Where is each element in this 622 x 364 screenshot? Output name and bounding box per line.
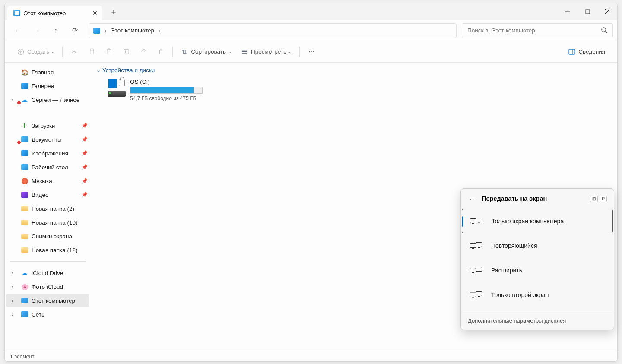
search-input[interactable]: Поиск в: Этот компьютер: [462, 23, 613, 38]
project-opt-pc-only[interactable]: Только экран компьютера: [462, 209, 613, 233]
breadcrumb-location[interactable]: Этот компьютер: [111, 27, 154, 34]
breadcrumb[interactable]: › Этот компьютер ›: [89, 23, 457, 38]
shortcut-hint: ⊞ P: [590, 196, 607, 202]
view-button[interactable]: Просмотреть ⌵: [236, 44, 296, 60]
sidebar-item-network[interactable]: ›Сеть: [5, 307, 91, 321]
tab-close-button[interactable]: ✕: [92, 10, 98, 16]
network-icon: [21, 311, 28, 318]
sidebar-item-videos[interactable]: Видео📌: [5, 188, 91, 202]
sidebar-item-folder-screenshots[interactable]: Снимки экрана: [5, 229, 91, 243]
folder-icon: [21, 219, 28, 226]
details-button[interactable]: Сведения: [564, 44, 609, 60]
tab-this-pc[interactable]: Этот компьютер ✕: [7, 6, 102, 20]
back-button[interactable]: ←: [9, 23, 26, 38]
sidebar-item-desktop[interactable]: Рабочий стол📌: [5, 160, 91, 174]
minimize-button[interactable]: [558, 3, 578, 20]
home-icon: 🏠: [21, 69, 28, 76]
footer-text: Дополнительные параметры дисплея: [468, 317, 566, 324]
sidebar-label: Музыка: [32, 178, 52, 184]
extend-icon: [470, 267, 483, 274]
sort-button[interactable]: ⇅ Сортировать ⌵: [176, 44, 235, 60]
copy-button[interactable]: [83, 44, 100, 60]
chevron-right-icon[interactable]: ›: [159, 28, 160, 34]
chevron-right-icon[interactable]: ›: [12, 298, 13, 303]
separator: [10, 261, 86, 262]
sidebar-item-folder-nf2[interactable]: Новая папка (2): [5, 202, 91, 215]
svg-rect-17: [569, 49, 575, 54]
second-only-icon: [470, 291, 483, 298]
share-button[interactable]: [135, 44, 152, 60]
group-title: Устройства и диски: [102, 67, 155, 73]
sidebar-item-music[interactable]: Музыка📌: [5, 174, 91, 188]
pin-icon: 📌: [81, 164, 88, 170]
project-opt-duplicate[interactable]: Повторяющийся: [462, 234, 613, 258]
sidebar-label: Этот компьютер: [32, 298, 75, 304]
details-label: Сведения: [578, 48, 605, 55]
chevron-right-icon: ›: [105, 28, 106, 34]
sidebar-item-documents[interactable]: Документы📌: [5, 133, 91, 146]
paste-icon: [105, 48, 113, 56]
share-icon: [140, 48, 147, 56]
view-label: Просмотреть: [251, 48, 286, 55]
opt-label: Повторяющийся: [491, 242, 537, 249]
documents-icon: [21, 136, 28, 143]
chevron-right-icon[interactable]: ›: [12, 97, 13, 102]
sidebar-label: iCloud Drive: [32, 270, 63, 276]
sidebar-label: Сергей — Личное: [32, 97, 79, 103]
delete-button[interactable]: [152, 44, 169, 60]
paste-button[interactable]: [101, 44, 117, 60]
chevron-right-icon[interactable]: ›: [12, 270, 13, 275]
new-button[interactable]: Создать ⌵: [13, 44, 59, 60]
sidebar-item-folder-nf12[interactable]: Новая папка (12): [5, 243, 91, 257]
sidebar-label: Изображения: [32, 150, 68, 157]
title-bar: Этот компьютер ✕ ＋: [5, 3, 617, 20]
sidebar-item-home[interactable]: 🏠Главная: [5, 65, 91, 79]
sidebar-item-downloads[interactable]: ⬇Загрузки📌: [5, 119, 91, 133]
forward-button[interactable]: →: [28, 23, 45, 38]
group-header-devices[interactable]: ⌵ Устройства и диски: [97, 67, 611, 73]
key-p: P: [600, 196, 607, 202]
cut-button[interactable]: ✂: [66, 44, 83, 60]
back-button[interactable]: ←: [468, 195, 476, 203]
svg-rect-9: [90, 50, 94, 54]
more-button[interactable]: ⋯: [303, 44, 320, 60]
project-opt-extend[interactable]: Расширить: [462, 258, 613, 282]
sidebar-item-onedrive[interactable]: ›☁Сергей — Личное: [5, 93, 91, 107]
sidebar-label: Главная: [32, 69, 54, 76]
flyout-title: Передавать на экран: [482, 195, 547, 202]
new-tab-button[interactable]: ＋: [108, 6, 120, 18]
sidebar-item-this-pc[interactable]: ›Этот компьютер: [6, 294, 89, 307]
drive-item-c[interactable]: OS (C:) 54,7 ГБ свободно из 475 ГБ: [97, 77, 611, 103]
pin-icon: 📌: [81, 123, 88, 129]
up-button[interactable]: ↑: [47, 23, 64, 38]
view-icon: [241, 48, 248, 56]
command-bar: Создать ⌵ ✂ ⇅ Сортировать ⌵ Просмотреть …: [5, 41, 617, 63]
sidebar-item-gallery[interactable]: Галерея: [5, 79, 91, 93]
sidebar-label: Галерея: [32, 83, 54, 89]
desktop-icon: [21, 164, 28, 171]
svg-line-5: [605, 31, 607, 33]
sidebar-item-pictures[interactable]: Изображения📌: [5, 146, 91, 160]
rename-button[interactable]: [118, 44, 134, 60]
icloud-photos-icon: 🌸: [21, 283, 28, 290]
drive-info: OS (C:) 54,7 ГБ свободно из 475 ГБ: [130, 79, 203, 101]
project-opt-second-only[interactable]: Только второй экран: [462, 283, 613, 307]
sidebar-label: Снимки экрана: [32, 233, 72, 240]
chevron-right-icon[interactable]: ›: [12, 312, 13, 317]
sidebar-item-icloud[interactable]: ›☁iCloud Drive: [5, 266, 91, 280]
sidebar-item-icloud-photos[interactable]: ›🌸Фото iCloud: [5, 280, 91, 294]
sidebar-label: Фото iCloud: [32, 284, 63, 290]
tab-icon: [13, 10, 20, 16]
refresh-button[interactable]: ⟳: [66, 23, 83, 38]
separator: [172, 47, 173, 57]
chevron-right-icon[interactable]: ›: [12, 284, 13, 289]
close-window-button[interactable]: [597, 3, 617, 20]
opt-label: Только экран компьютера: [492, 218, 564, 225]
sidebar-item-folder-nf10[interactable]: Новая папка (10): [5, 215, 91, 229]
more-icon: ⋯: [308, 48, 315, 56]
maximize-button[interactable]: [578, 3, 597, 20]
pin-icon: 📌: [81, 136, 88, 142]
sidebar-label: Загрузки: [32, 123, 55, 129]
flyout-footer-link[interactable]: Дополнительные параметры дисплея: [461, 311, 614, 330]
folder-icon: [21, 205, 28, 212]
